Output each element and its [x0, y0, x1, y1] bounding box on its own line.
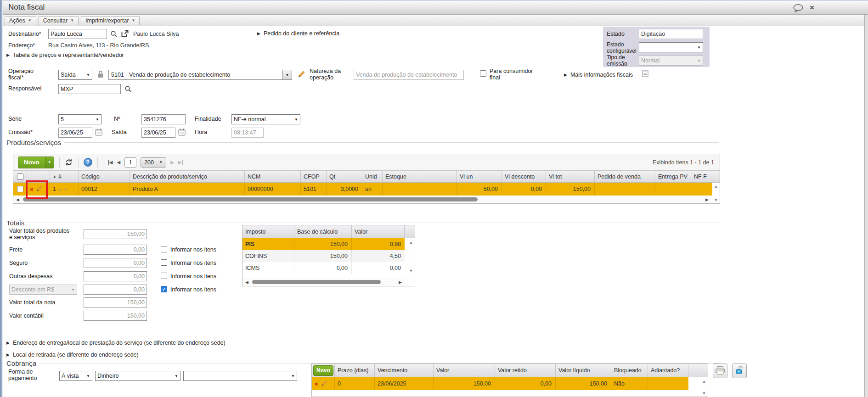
page-size-select[interactable]: 200 ▼: [141, 157, 166, 168]
endereco-entrega-link[interactable]: ▶ Endereço de entrega/local de prestação…: [6, 340, 225, 346]
scroll-up-icon[interactable]: ▲: [409, 240, 413, 245]
desconto-input[interactable]: 0,00: [84, 285, 147, 295]
menu-acoes[interactable]: Ações ▼: [5, 16, 36, 25]
cobranca-vscrollbar[interactable]: ▲ ▼: [700, 378, 708, 397]
frete-input[interactable]: 0,00: [84, 245, 147, 255]
delete-row-icon[interactable]: ×: [315, 381, 318, 387]
scroll-left-icon[interactable]: ◀: [16, 197, 19, 202]
help-icon[interactable]: ?: [84, 158, 92, 167]
col-vl-desconto[interactable]: Vl desconto: [502, 171, 546, 182]
col-entrega-pv[interactable]: Entrega PV: [655, 171, 691, 182]
edit-pencil-icon[interactable]: [321, 380, 328, 388]
hscroll-thumb[interactable]: [23, 197, 478, 201]
col-pedido-venda[interactable]: Pedido de venda: [595, 171, 655, 182]
desconto-informar-checkbox[interactable]: ✓: [161, 286, 167, 292]
novo-pagamento-button[interactable]: Novo: [313, 365, 333, 376]
unlock-payment-button[interactable]: [732, 363, 747, 378]
col-codigo[interactable]: Código: [79, 171, 130, 182]
meio-pagamento-select-2[interactable]: ▼: [183, 371, 297, 381]
col-descricao[interactable]: Descrição do produto/serviço: [130, 171, 245, 182]
impostos-vscrollbar[interactable]: ▲ ▼: [407, 239, 415, 274]
seguro-informar-checkbox[interactable]: [161, 259, 167, 266]
select-all-checkbox[interactable]: [17, 173, 23, 180]
condicao-pagamento-select[interactable]: À vista ▼: [59, 371, 92, 381]
col-vl-tot[interactable]: Vl tot: [546, 171, 595, 182]
numero-input[interactable]: 3541276: [141, 114, 186, 124]
operacao-tipo-select[interactable]: Saída ▼: [58, 70, 92, 80]
col-prazo[interactable]: Prazo (dias): [335, 364, 375, 377]
search-icon[interactable]: [110, 30, 118, 39]
document-icon[interactable]: [642, 70, 648, 78]
scroll-right-icon[interactable]: ▶: [399, 280, 402, 285]
move-down-icon[interactable]: ▼: [64, 188, 67, 191]
serie-select[interactable]: 5 ▼: [58, 114, 101, 124]
meio-pagamento-select[interactable]: Dinheiro ▼: [95, 371, 180, 381]
imposto-row-cofins[interactable]: COFINS 150,00 4,50: [242, 250, 405, 262]
responsavel-input[interactable]: MXP: [58, 84, 121, 94]
col-estoque[interactable]: Estoque: [383, 171, 457, 182]
pedido-cliente-link[interactable]: ▶ Pedido do cliente e referência: [257, 30, 339, 37]
calendar-icon[interactable]: [178, 128, 186, 137]
local-retirada-link[interactable]: ▶ Local de retirada (se diferente do end…: [6, 352, 139, 358]
imposto-row-icms[interactable]: ICMS 0,00 0,00: [242, 262, 405, 274]
scroll-down-icon[interactable]: ▼: [409, 268, 413, 273]
refresh-icon[interactable]: [65, 158, 73, 166]
produto-row[interactable]: × 1 ▲ ▼ 00012 Produto A 00000000 5101 3,…: [13, 183, 712, 196]
move-up-icon[interactable]: ▲: [58, 188, 62, 191]
tabela-precos-link[interactable]: ▶ Tabela de preços e representante/vende…: [6, 52, 124, 58]
scroll-up-icon[interactable]: ▲: [702, 379, 706, 384]
search-icon[interactable]: [124, 85, 132, 94]
row-checkbox[interactable]: [17, 186, 23, 192]
seguro-input[interactable]: 0,00: [84, 258, 147, 268]
destinatario-input[interactable]: Paulo Lucca: [48, 29, 107, 39]
close-icon[interactable]: ×: [810, 4, 814, 11]
col-adiantado[interactable]: Adiantado?: [648, 364, 688, 377]
col-ncm[interactable]: NCM: [245, 171, 301, 182]
operacao-codigo-combo[interactable]: 5101 - Venda de produção do estabelecime…: [108, 70, 292, 80]
imposto-row-pis[interactable]: PIS 150,00 0,98: [242, 238, 405, 250]
scroll-left-icon[interactable]: ◀: [245, 280, 248, 285]
col-imposto[interactable]: Imposto: [242, 225, 294, 238]
col-vencimento[interactable]: Vencimento: [375, 364, 434, 377]
scroll-down-icon[interactable]: ▼: [702, 391, 706, 396]
last-page-icon[interactable]: ▶: [178, 160, 183, 165]
col-vl-un[interactable]: Vl un: [457, 171, 502, 182]
produtos-hscrollbar[interactable]: ◀ ▶: [13, 196, 711, 203]
natureza-input[interactable]: Venda de produção do estabelecimento: [354, 70, 464, 80]
finalidade-select[interactable]: NF-e normal ▼: [231, 114, 300, 124]
page-number-input[interactable]: 1: [124, 157, 136, 168]
col-nf[interactable]: NF F: [691, 171, 720, 182]
col-valor-retido[interactable]: Valor retido: [495, 364, 556, 377]
calendar-icon[interactable]: [95, 128, 102, 137]
col-qt[interactable]: Qt: [327, 171, 362, 182]
outras-despesas-input[interactable]: 0,00: [84, 271, 147, 281]
menu-imprimir-exportar[interactable]: Imprimir/exportar ▼: [81, 16, 140, 25]
scroll-up-icon[interactable]: ▲: [714, 184, 718, 189]
first-page-icon[interactable]: ◀: [108, 160, 113, 165]
col-base-calculo[interactable]: Base de cálculo: [294, 225, 352, 238]
scroll-down-icon[interactable]: ▼: [714, 198, 718, 202]
emissao-input[interactable]: 23/06/25: [58, 128, 92, 138]
saida-input[interactable]: 23/06/25: [141, 128, 175, 138]
novo-produto-button[interactable]: Novo ▼: [18, 157, 54, 168]
col-valor[interactable]: Valor: [434, 364, 495, 377]
pagamento-row[interactable]: × 0 23/06/2025 150,00 0,00 150,00 Não: [312, 377, 688, 390]
combo-dropdown-button[interactable]: ▼: [282, 70, 292, 79]
chevron-down-icon[interactable]: ▼: [45, 157, 54, 168]
external-link-icon[interactable]: [121, 29, 129, 39]
outras-informar-checkbox[interactable]: [161, 273, 167, 279]
mais-info-fiscais-link[interactable]: ▶ Mais informações fiscais: [564, 72, 633, 78]
impostos-hscrollbar[interactable]: ◀ ▶: [242, 278, 405, 286]
comment-bubble-icon[interactable]: [793, 4, 804, 14]
col-unid[interactable]: Unid: [362, 171, 383, 182]
col-num[interactable]: ▲#: [50, 171, 79, 182]
menu-consultar[interactable]: Consultar ▼: [39, 16, 79, 25]
col-valor[interactable]: Valor: [352, 225, 405, 238]
produtos-vscrollbar[interactable]: ▲ ▼: [712, 183, 720, 203]
consumidor-final-checkbox[interactable]: [480, 70, 486, 77]
prev-page-icon[interactable]: ◀: [117, 160, 120, 165]
next-page-icon[interactable]: ▶: [170, 160, 174, 165]
edit-pencil-icon[interactable]: [298, 70, 305, 79]
col-bloqueado[interactable]: Bloqueado: [611, 364, 648, 377]
estado-configuravel-select[interactable]: ▼: [639, 42, 703, 52]
